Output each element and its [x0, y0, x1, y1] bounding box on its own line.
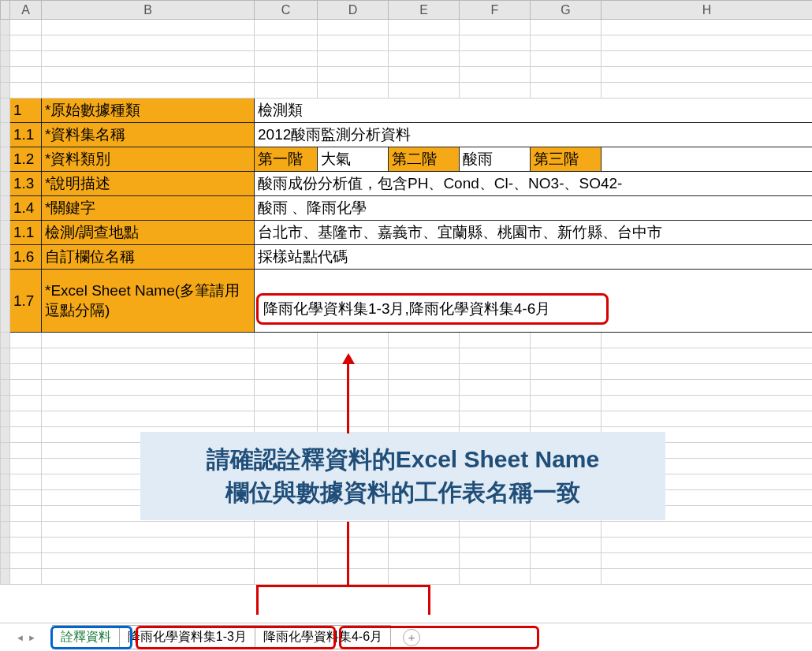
column-headers-row: A B C D E F G H — [1, 1, 813, 20]
cell-B-r6[interactable]: 檢測/調查地點 — [42, 221, 255, 245]
col-header-E[interactable]: E — [389, 1, 460, 20]
cell-C-r3[interactable]: 第一階 — [255, 147, 318, 172]
cell-B-r5[interactable]: *關鍵字 — [42, 196, 255, 221]
cell-B-r4[interactable]: *說明描述 — [42, 172, 255, 196]
select-all-corner[interactable] — [1, 1, 10, 20]
col-header-G[interactable]: G — [531, 1, 602, 20]
cell-C-r6[interactable]: 台北市、基隆市、嘉義市、宜蘭縣、桃園市、新竹縣、台中市 — [255, 221, 813, 245]
cell-A-r3[interactable]: 1.2 — [10, 147, 42, 172]
cell-E-r3[interactable]: 第二階 — [389, 147, 460, 172]
sheetname-text: 降雨化學資料集1-3月,降雨化學資料集4-6月 — [263, 299, 550, 319]
cell-B-r1[interactable]: *原始數據種類 — [42, 99, 255, 123]
tab-scroll-controls[interactable]: ◄ ► — [16, 633, 36, 642]
callout-line1: 請確認詮釋資料的Excel Sheet Name — [158, 443, 648, 476]
col-header-F[interactable]: F — [460, 1, 531, 20]
highlighted-sheetname-value: 降雨化學資料集1-3月,降雨化學資料集4-6月 — [256, 293, 609, 325]
cell-B-r3[interactable]: *資料類別 — [42, 147, 255, 172]
cell-B-r2[interactable]: *資料集名稱 — [42, 123, 255, 147]
col-header-H[interactable]: H — [602, 1, 813, 20]
cell-C-r4[interactable]: 酸雨成份分析值，包含PH、Cond、Cl-、NO3-、SO42- — [255, 172, 813, 196]
sheet-tab-data2[interactable]: 降雨化學資料集4-6月 — [255, 625, 391, 649]
cell-B-r7[interactable]: 自訂欄位名稱 — [42, 245, 255, 270]
cell-A-r6[interactable]: 1.1 — [10, 221, 42, 245]
arrow-line-upper — [347, 363, 349, 433]
cell-C-r5[interactable]: 酸雨 、降雨化學 — [255, 196, 813, 221]
cell-A-r5[interactable]: 1.4 — [10, 196, 42, 221]
cell-A-r8[interactable]: 1.7 — [10, 270, 42, 333]
col-header-A[interactable]: A — [10, 1, 42, 20]
add-sheet-button[interactable]: + — [403, 629, 420, 646]
sheet-tab-data1[interactable]: 降雨化學資料集1-3月 — [119, 625, 255, 649]
instruction-callout: 請確認詮釋資料的Excel Sheet Name 欄位與數據資料的工作表名稱一致 — [140, 432, 665, 520]
cell-G-r3[interactable]: 第三階 — [531, 147, 602, 172]
connector-horizontal — [256, 585, 430, 587]
sheet-tab-bar: ◄ ► 詮釋資料 降雨化學資料集1-3月 降雨化學資料集4-6月 + — [0, 623, 812, 651]
plus-icon: + — [408, 631, 415, 644]
connector-right-drop — [428, 585, 430, 615]
cell-C-r1[interactable]: 檢測類 — [255, 99, 813, 123]
connector-left-drop — [256, 585, 259, 615]
cell-B-r8[interactable]: *Excel Sheet Name(多筆請用逗點分隔) — [42, 270, 255, 333]
cell-F-r3[interactable]: 酸雨 — [460, 147, 531, 172]
cell-H-r3[interactable] — [602, 147, 813, 172]
cell-A-r1[interactable]: 1 — [10, 99, 42, 123]
tab-scroll-left-icon[interactable]: ◄ — [16, 633, 24, 642]
arrow-line-lower — [347, 522, 349, 585]
cell-C-r2[interactable]: 2012酸雨監測分析資料 — [255, 123, 813, 147]
col-header-D[interactable]: D — [318, 1, 389, 20]
cell-A-r2[interactable]: 1.1 — [10, 123, 42, 147]
col-header-B[interactable]: B — [42, 1, 255, 20]
col-header-C[interactable]: C — [255, 1, 318, 20]
cell-D-r3[interactable]: 大氣 — [318, 147, 389, 172]
sheet-tab-metadata[interactable]: 詮釋資料 — [52, 625, 120, 649]
cell-A-r4[interactable]: 1.3 — [10, 172, 42, 196]
cell-A-r7[interactable]: 1.6 — [10, 245, 42, 270]
cell-C-r8[interactable]: 降雨化學資料集1-3月,降雨化學資料集4-6月 — [255, 270, 813, 333]
callout-line2: 欄位與數據資料的工作表名稱一致 — [158, 476, 648, 509]
tab-scroll-right-icon[interactable]: ► — [28, 633, 36, 642]
